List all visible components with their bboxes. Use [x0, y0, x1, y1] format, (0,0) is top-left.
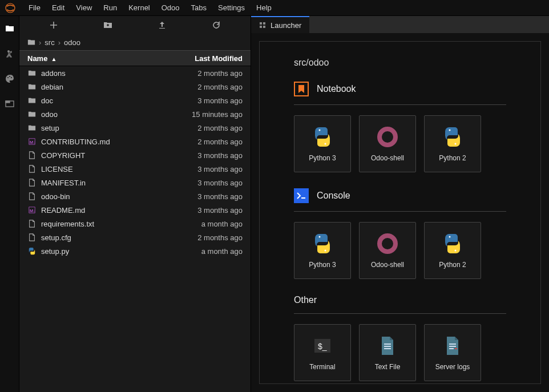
card-label: Text File: [375, 363, 401, 371]
menu-run[interactable]: Run: [98, 1, 123, 14]
folder-icon: [27, 38, 35, 46]
section-title: Other: [294, 295, 317, 305]
launcher-card-python-2[interactable]: Python 2: [424, 222, 481, 279]
file-row[interactable]: requirements.txt a month ago: [19, 217, 251, 231]
svg-rect-9: [260, 22, 262, 25]
notebook-icon: [294, 82, 309, 96]
file-name: README.md: [41, 206, 174, 215]
divider: [294, 211, 506, 212]
svg-rect-10: [263, 22, 265, 25]
tabs-icon[interactable]: [4, 98, 15, 110]
breadcrumb[interactable]: › src › odoo: [19, 34, 251, 50]
palette-icon[interactable]: [4, 73, 15, 84]
file-toolbar: [19, 16, 251, 34]
file-name: doc: [41, 96, 174, 105]
menu-settings[interactable]: Settings: [212, 1, 251, 14]
tab-bar: Launcher: [251, 16, 549, 33]
file-row[interactable]: setup 2 months ago: [19, 121, 251, 135]
svg-text:$_: $_: [318, 342, 327, 351]
file-row[interactable]: COPYRIGHT 3 months ago: [19, 148, 251, 162]
file-row[interactable]: setup.py a month ago: [19, 244, 251, 258]
launcher-card-odoo-shell[interactable]: Odoo-shell: [359, 115, 416, 172]
menu-view[interactable]: View: [70, 1, 98, 14]
svg-point-17: [449, 130, 451, 131]
file-modified: 3 months ago: [174, 96, 243, 105]
breadcrumb-item[interactable]: src: [45, 38, 54, 47]
divider: [294, 104, 506, 105]
file-row[interactable]: addons 2 months ago: [19, 66, 251, 80]
launcher-card-python-3[interactable]: Python 3: [294, 222, 351, 279]
file-list-header[interactable]: Name▲ Last Modified: [19, 50, 251, 66]
launcher-card-terminal[interactable]: $_ Terminal: [294, 324, 351, 381]
svg-rect-19: [294, 188, 309, 203]
file-modified: 3 months ago: [174, 179, 243, 187]
menu-file[interactable]: File: [23, 1, 46, 14]
launcher-section: Other $_ Terminal Text File Server logs: [294, 295, 506, 381]
file-row[interactable]: setup.cfg 2 months ago: [19, 231, 251, 244]
menu-kernel[interactable]: Kernel: [123, 1, 156, 14]
upload-icon[interactable]: [156, 19, 168, 31]
file-name: odoo: [41, 110, 174, 119]
breadcrumb-item[interactable]: odoo: [64, 38, 80, 47]
name-column-header[interactable]: Name: [27, 54, 47, 63]
modified-column-header[interactable]: Last Modified: [174, 54, 243, 63]
file-icon: [27, 151, 37, 160]
menu-edit[interactable]: Edit: [46, 1, 70, 14]
launcher-card-odoo-shell[interactable]: Odoo-shell: [359, 222, 416, 279]
section-header: Console: [294, 188, 506, 203]
svg-point-15: [325, 143, 326, 145]
file-name: CONTRIBUTING.md: [41, 138, 174, 146]
file-name: odoo-bin: [41, 192, 174, 201]
svg-point-4: [11, 77, 12, 78]
menu-help[interactable]: Help: [251, 1, 277, 14]
file-row[interactable]: odoo 15 minutes ago: [19, 107, 251, 121]
folder-icon[interactable]: [4, 23, 15, 34]
file-name: setup: [41, 124, 174, 132]
launcher-card-python-3[interactable]: Python 3: [294, 115, 351, 172]
launcher-path: src/odoo: [294, 58, 506, 68]
jupyter-logo: [5, 2, 16, 14]
file-modified: 2 months ago: [174, 83, 243, 91]
md-icon: M↓: [27, 205, 37, 215]
file-name: requirements.txt: [41, 220, 174, 228]
refresh-icon[interactable]: [211, 19, 222, 31]
launcher-tab-label: Launcher: [271, 21, 301, 30]
card-label: Server logs: [435, 363, 470, 371]
svg-rect-28: [384, 343, 391, 345]
menu-odoo[interactable]: Odoo: [156, 1, 185, 14]
top-menu-bar: FileEditViewRunKernelOdooTabsSettingsHel…: [0, 0, 549, 16]
section-header: Notebook: [294, 82, 506, 96]
new-icon[interactable]: [48, 19, 59, 31]
breadcrumb-separator: ›: [39, 38, 41, 47]
file-row[interactable]: M↓ CONTRIBUTING.md 2 months ago: [19, 135, 251, 148]
launcher-card-text-file[interactable]: Text File: [359, 324, 416, 381]
svg-rect-32: [449, 346, 456, 347]
launcher-section: Console Python 3 Odoo-shell Python 2: [294, 188, 506, 279]
file-row[interactable]: odoo-bin 3 months ago: [19, 189, 251, 203]
file-row[interactable]: debian 2 months ago: [19, 80, 251, 94]
breadcrumb-separator: ›: [58, 38, 60, 47]
folder-icon: [27, 110, 37, 119]
svg-point-2: [7, 77, 9, 78]
svg-point-22: [325, 250, 326, 252]
launcher-card-python-2[interactable]: Python 2: [424, 115, 481, 172]
file-row[interactable]: LICENSE 3 months ago: [19, 162, 251, 176]
activity-bar: [0, 16, 19, 392]
running-icon[interactable]: [4, 48, 15, 59]
file-modified: 2 months ago: [174, 69, 243, 78]
file-row[interactable]: doc 3 months ago: [19, 94, 251, 107]
file-name: addons: [41, 69, 174, 78]
menu-tabs[interactable]: Tabs: [185, 1, 212, 14]
file-row[interactable]: MANIFEST.in 3 months ago: [19, 176, 251, 189]
file-name: MANIFEST.in: [41, 179, 174, 187]
launcher-card-server-logs[interactable]: Server logs: [424, 324, 481, 381]
file-modified: 2 months ago: [174, 124, 243, 132]
new-folder-icon[interactable]: [102, 19, 114, 31]
launcher-tab[interactable]: Launcher: [251, 16, 309, 33]
python-icon: [311, 126, 334, 148]
file-modified: 2 months ago: [174, 138, 243, 146]
console-icon: [294, 188, 309, 203]
svg-rect-33: [449, 348, 454, 349]
file-name: debian: [41, 83, 174, 91]
file-row[interactable]: M↓ README.md 3 months ago: [19, 203, 251, 217]
